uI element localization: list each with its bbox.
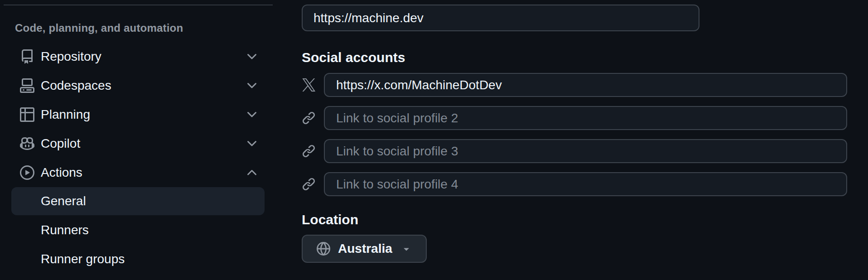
sidebar-item-copilot[interactable]: Copilot xyxy=(11,129,265,158)
chevron-down-icon xyxy=(245,107,259,122)
repo-icon xyxy=(20,49,34,64)
sidebar-section-header: Code, planning, and automation xyxy=(15,22,281,34)
social-accounts-heading: Social accounts xyxy=(302,51,849,64)
chevron-up-icon xyxy=(245,165,259,180)
sidebar-subitem-general[interactable]: General xyxy=(11,187,265,215)
link-icon xyxy=(302,177,324,191)
sidebar-item-label: Actions xyxy=(41,165,245,180)
social-row-2 xyxy=(302,106,849,130)
settings-sidebar: Code, planning, and automation Repositor… xyxy=(0,0,281,273)
social-row-4 xyxy=(302,172,849,196)
sidebar-subitem-label: Runners xyxy=(41,223,89,237)
social-profile-2-input[interactable] xyxy=(324,106,847,130)
triangle-down-icon xyxy=(401,243,412,254)
link-icon xyxy=(302,144,324,158)
location-heading: Location xyxy=(302,213,849,227)
link-icon xyxy=(302,111,324,125)
chevron-down-icon xyxy=(245,78,259,93)
website-url-input[interactable] xyxy=(302,5,699,31)
sidebar-nav: Repository Codespaces Planning Copilot A… xyxy=(0,42,281,273)
social-profile-4-input[interactable] xyxy=(324,172,847,196)
sidebar-subitem-runner-groups[interactable]: Runner groups xyxy=(11,245,265,273)
location-dropdown-button[interactable]: Australia xyxy=(302,235,427,263)
sidebar-item-label: Codespaces xyxy=(41,78,245,93)
x-logo-icon xyxy=(302,78,324,92)
sidebar-subitem-runners[interactable]: Runners xyxy=(11,216,265,244)
location-selected-value: Australia xyxy=(338,241,392,256)
sidebar-item-actions[interactable]: Actions xyxy=(11,158,265,187)
play-icon xyxy=(20,165,34,180)
sidebar-item-label: Repository xyxy=(41,49,245,64)
table-icon xyxy=(20,107,34,122)
sidebar-divider xyxy=(4,5,273,5)
settings-main: Social accounts Location xyxy=(302,0,849,263)
sidebar-item-planning[interactable]: Planning xyxy=(11,100,265,129)
codespaces-icon xyxy=(20,78,34,93)
social-row-3 xyxy=(302,139,849,163)
sidebar-subitem-label: Runner groups xyxy=(41,252,125,266)
sidebar-item-label: Copilot xyxy=(41,136,245,151)
chevron-down-icon xyxy=(245,136,259,151)
social-profile-1-input[interactable] xyxy=(324,73,847,97)
social-accounts-list xyxy=(302,73,849,196)
social-row-1 xyxy=(302,73,849,97)
sidebar-item-label: Planning xyxy=(41,107,245,122)
sidebar-item-codespaces[interactable]: Codespaces xyxy=(11,71,265,100)
chevron-down-icon xyxy=(245,49,259,64)
social-profile-3-input[interactable] xyxy=(324,139,847,163)
globe-icon xyxy=(317,242,330,256)
copilot-icon xyxy=(20,136,34,151)
sidebar-item-repository[interactable]: Repository xyxy=(11,42,265,71)
sidebar-subitem-label: General xyxy=(41,194,86,208)
